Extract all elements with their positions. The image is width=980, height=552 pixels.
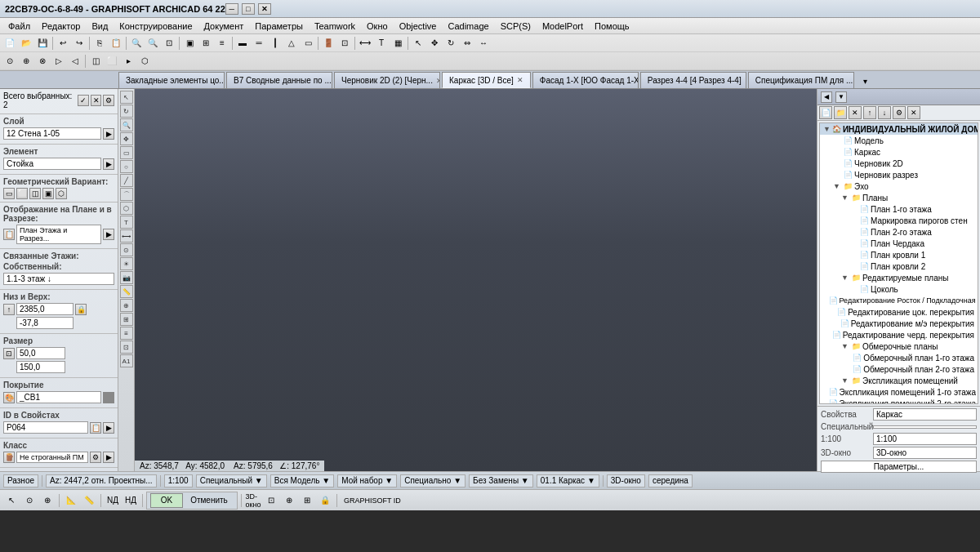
- tab-2[interactable]: Черновик 2D (2) [Черн... ✕: [334, 72, 440, 88]
- close-button[interactable]: ✕: [258, 3, 271, 15]
- status-model[interactable]: Вся Модель ▼: [270, 474, 334, 487]
- tool-circle[interactable]: ○: [120, 160, 133, 173]
- maximize-button[interactable]: □: [242, 3, 255, 15]
- tree-item-14[interactable]: 📄 Редактирование Росток / Подкладочная д…: [820, 295, 978, 306]
- tree-item-9[interactable]: 📄 План Чердака: [820, 238, 978, 249]
- menu-construct[interactable]: Конструирование: [114, 20, 197, 33]
- menu-params[interactable]: Параметры: [250, 20, 308, 33]
- tb-column[interactable]: ┃: [267, 36, 283, 51]
- tool-a1[interactable]: A1: [120, 354, 133, 367]
- select-settings-btn[interactable]: ⚙: [103, 95, 114, 106]
- btb-6[interactable]: NД: [105, 493, 121, 508]
- tree-item-0[interactable]: 📄 Модель: [820, 135, 978, 146]
- tool-rotate[interactable]: ↻: [120, 105, 133, 118]
- menu-window[interactable]: Окно: [362, 20, 393, 33]
- tree-folder-btn[interactable]: 📁: [834, 106, 847, 119]
- status-set[interactable]: Мой набор ▼: [337, 474, 397, 487]
- btb-2[interactable]: ⊙: [21, 493, 38, 508]
- status-spec[interactable]: Специальный ▼: [196, 474, 267, 487]
- status-nochange[interactable]: Без Замены ▼: [469, 474, 533, 487]
- menu-file[interactable]: Файл: [3, 20, 35, 33]
- tab-close-3[interactable]: ✕: [517, 76, 523, 84]
- tb-fill[interactable]: ▦: [390, 36, 406, 51]
- tool-line[interactable]: ╱: [120, 174, 133, 187]
- tb2-9[interactable]: ⬡: [136, 54, 153, 69]
- btb-3[interactable]: ⊕: [39, 493, 56, 508]
- tool-3d-orbit[interactable]: ⊙: [120, 243, 133, 256]
- tree-item-11[interactable]: 📄 План кровли 2: [820, 260, 978, 272]
- tree-down-btn[interactable]: ↓: [878, 106, 891, 119]
- btb-1[interactable]: ↖: [3, 493, 20, 508]
- element-btn[interactable]: ▶: [103, 158, 114, 170]
- tree-item-20[interactable]: 📄 Обмерочный план 2-го этажа: [820, 363, 978, 375]
- tree-item-8[interactable]: 📄 План 2-го этажа: [820, 226, 978, 238]
- tree-new-btn[interactable]: 📄: [819, 106, 832, 119]
- tb-slab[interactable]: ▭: [300, 36, 316, 51]
- menu-edit[interactable]: Редактор: [37, 20, 85, 33]
- plan-btn[interactable]: ▶: [103, 229, 114, 240]
- tree-item-15[interactable]: 📄 Редактирование цок. перекрытия: [820, 306, 978, 318]
- btb-snap[interactable]: ⊡: [263, 493, 279, 508]
- btb-lock[interactable]: 🔒: [317, 493, 333, 508]
- tb-stretch[interactable]: ↔: [475, 36, 492, 51]
- menu-teamwork[interactable]: Teamwork: [310, 20, 360, 33]
- tree-item-10[interactable]: 📄 План кровли 1: [820, 249, 978, 260]
- btb-grid2[interactable]: ⊞: [299, 493, 315, 508]
- tool-select[interactable]: ↖: [120, 91, 133, 104]
- menu-document[interactable]: Документ: [199, 20, 249, 33]
- tool-camera[interactable]: 📷: [120, 271, 133, 284]
- tb2-5[interactable]: ◁: [67, 54, 83, 69]
- tb2-2[interactable]: ⊕: [18, 54, 34, 69]
- menu-cadimage[interactable]: Cadimage: [443, 20, 493, 33]
- tree-close-btn[interactable]: ✕: [907, 106, 920, 119]
- btb-7[interactable]: НД: [122, 493, 139, 508]
- tree-item-18[interactable]: ▼ 📁 Обмерочные планы: [820, 341, 978, 352]
- tree-settings-btn[interactable]: ⚙: [893, 106, 906, 119]
- geo-btn-2[interactable]: ⬜: [16, 188, 28, 199]
- layer-btn[interactable]: ▶: [103, 128, 114, 140]
- tab-close-5[interactable]: ✕: [745, 77, 746, 85]
- btb-cancel[interactable]: Отменить: [185, 493, 234, 508]
- btb-ok[interactable]: OK: [150, 493, 183, 508]
- id-btn[interactable]: 📋: [90, 422, 101, 434]
- menu-help[interactable]: Помощь: [590, 20, 635, 33]
- tree-item-23[interactable]: 📄 Экспликация помещений 2-го этажа: [820, 398, 978, 404]
- tree-nav-btn[interactable]: ▼: [835, 91, 847, 103]
- tree-root[interactable]: ▼ 🏠 ИНДИВИДУАЛЬНЫЙ ЖИЛОЙ ДОМ: [820, 123, 978, 135]
- tree-item-3[interactable]: 📄 Черновик разрез: [820, 169, 978, 180]
- tb-3d[interactable]: ▣: [181, 36, 198, 51]
- tb-save[interactable]: 💾: [34, 36, 51, 51]
- tab-3[interactable]: Каркас [3D / Все] ✕: [442, 72, 531, 88]
- tb2-3[interactable]: ⊗: [34, 54, 51, 69]
- tb-wall[interactable]: ▬: [234, 36, 251, 51]
- tb-mirror[interactable]: ⇔: [459, 36, 475, 51]
- tree-item-17[interactable]: 📄 Редактирование черд. перекрытия: [820, 329, 978, 341]
- tree-up-btn[interactable]: ↑: [863, 106, 876, 119]
- tool-pan[interactable]: ✥: [120, 132, 133, 145]
- tab-5[interactable]: Разрез 4-4 [4 Разрез 4-4] ✕: [640, 72, 746, 88]
- tree-delete-btn[interactable]: ✕: [849, 106, 862, 119]
- geo-btn-1[interactable]: ▭: [3, 188, 15, 199]
- tool-snap[interactable]: ⊕: [120, 299, 133, 312]
- tb-copy[interactable]: ⎘: [91, 36, 108, 51]
- tree-item-6[interactable]: 📄 План 1-го этажа: [820, 203, 978, 215]
- tb-door[interactable]: 🚪: [320, 36, 336, 51]
- tool-poly[interactable]: ⬡: [120, 202, 133, 215]
- tb-select[interactable]: ↖: [410, 36, 426, 51]
- tb-fit[interactable]: ⊡: [161, 36, 177, 51]
- btb-5[interactable]: 📏: [81, 493, 97, 508]
- tool-measure[interactable]: 📏: [120, 285, 133, 298]
- id-value[interactable]: P064: [3, 421, 88, 434]
- tb-text[interactable]: T: [373, 36, 390, 51]
- tool-section[interactable]: ⊡: [120, 341, 133, 354]
- params-button[interactable]: Параметры...: [821, 461, 977, 473]
- tab-1[interactable]: B7 Сводные данные по ... ✕: [226, 72, 332, 88]
- geo-btn-4[interactable]: ▣: [42, 188, 54, 199]
- tree-item-1[interactable]: 📄 Каркас: [820, 146, 978, 158]
- tb-rotate[interactable]: ↻: [443, 36, 459, 51]
- tool-sun[interactable]: ☀: [120, 257, 133, 270]
- minimize-button[interactable]: ─: [225, 3, 238, 15]
- tb2-4[interactable]: ▷: [51, 54, 67, 69]
- tree-item-2[interactable]: 📄 Черновик 2D: [820, 158, 978, 169]
- size1-input[interactable]: [16, 347, 65, 359]
